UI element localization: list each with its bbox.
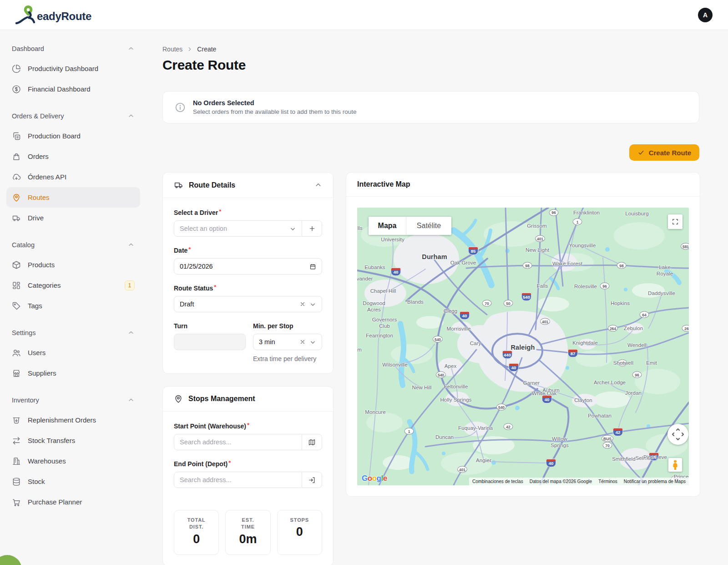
chevron-down-icon bbox=[309, 339, 316, 346]
sidebar-section-header-inventory[interactable]: Inventory bbox=[6, 394, 140, 406]
section-label: Inventory bbox=[12, 397, 39, 404]
sidebar-item-production-board[interactable]: Production Board bbox=[6, 126, 140, 146]
map-pan-control[interactable] bbox=[667, 424, 688, 445]
same-as-start-button[interactable] bbox=[302, 472, 322, 488]
sidebar-item-label: Replenishment Orders bbox=[28, 416, 96, 424]
sidebar-section-header-settings[interactable]: Settings bbox=[6, 327, 140, 339]
sidebar-item-categories[interactable]: Categories 1 bbox=[6, 275, 140, 295]
user-avatar[interactable]: A bbox=[698, 8, 713, 22]
stat-label: TOTAL DIST. bbox=[176, 517, 217, 531]
route-status-select[interactable]: Draft bbox=[174, 296, 322, 312]
sidebar-item-label: Drive bbox=[28, 214, 44, 222]
stat-total-distance: TOTAL DIST. 0 bbox=[174, 510, 219, 555]
chevron-up-icon bbox=[127, 241, 135, 249]
sidebar-item-orders[interactable]: Orders bbox=[6, 146, 140, 167]
create-route-button[interactable]: Create Route bbox=[629, 144, 699, 161]
end-point-group: Search address... bbox=[174, 472, 322, 488]
breadcrumb-create: Create bbox=[197, 46, 216, 53]
add-driver-button[interactable] bbox=[302, 221, 322, 236]
breadcrumb: Routes Create bbox=[162, 46, 699, 53]
sidebar-item-suppliers[interactable]: Suppliers bbox=[6, 363, 140, 383]
interactive-map-title: Interactive Map bbox=[357, 180, 410, 188]
sidebar-item-drive[interactable]: Drive bbox=[6, 208, 140, 228]
map-canvas[interactable]: Mapa Satélite Google bbox=[357, 208, 689, 485]
sidebar-section-header-orders-delivery[interactable]: Orders & Delivery bbox=[6, 110, 140, 122]
driver-select-group: Select an option bbox=[174, 220, 322, 237]
sidebar: Dashboard Productivity Dashboard Financi… bbox=[0, 30, 147, 565]
clear-icon[interactable] bbox=[299, 339, 306, 345]
stops-management-card: Stops Management Start Point (Warehouse)… bbox=[162, 386, 334, 565]
banner-subtitle: Select orders from the available list to… bbox=[193, 108, 356, 115]
driver-select[interactable]: Select an option bbox=[174, 221, 302, 236]
chevron-up-icon bbox=[127, 45, 135, 52]
create-route-label: Create Route bbox=[649, 149, 691, 157]
readyroute-logo-icon bbox=[15, 4, 39, 26]
street-view-pegman[interactable] bbox=[668, 458, 682, 472]
sidebar-item-products[interactable]: Products bbox=[6, 255, 140, 275]
collapse-chevron-icon[interactable] bbox=[314, 181, 322, 189]
sidebar-item-label: Orders bbox=[28, 153, 49, 160]
map-terrain bbox=[357, 208, 689, 485]
sidebar-item-label: Órdenes API bbox=[28, 173, 66, 181]
layout-grid-icon bbox=[12, 281, 21, 290]
map-type-control: Mapa Satélite bbox=[369, 217, 451, 235]
info-icon bbox=[175, 102, 186, 113]
keyboard-shortcuts-link[interactable]: Combinaciones de teclas bbox=[469, 478, 526, 485]
map-fullscreen-button[interactable] bbox=[668, 214, 682, 229]
chevron-down-icon bbox=[309, 301, 316, 308]
sidebar-section-dashboard: Dashboard Productivity Dashboard Financi… bbox=[6, 43, 140, 99]
sidebar-item-purchase-planner[interactable]: Purchase Planner bbox=[6, 492, 140, 512]
dollar-circle-icon bbox=[12, 85, 21, 94]
page-title: Create Route bbox=[162, 57, 699, 73]
pie-chart-icon bbox=[12, 64, 21, 73]
sidebar-item-warehouses[interactable]: Warehouses bbox=[6, 451, 140, 471]
stops-management-title: Stops Management bbox=[188, 395, 255, 403]
breadcrumb-routes[interactable]: Routes bbox=[162, 46, 182, 53]
clear-icon[interactable] bbox=[299, 301, 306, 307]
min-per-stop-select[interactable]: 3 min bbox=[253, 334, 322, 350]
pick-on-map-button[interactable] bbox=[302, 434, 322, 450]
start-point-label: Start Point (Warehouse) bbox=[174, 422, 322, 430]
sidebar-item-productivity-dashboard[interactable]: Productivity Dashboard bbox=[6, 58, 140, 79]
report-problem-link[interactable]: Notificar un problema de Maps bbox=[621, 478, 689, 485]
date-input[interactable]: 01/25/2026 bbox=[174, 258, 322, 275]
brand-logo[interactable]: eadyRoute bbox=[15, 4, 91, 26]
sidebar-section-header-catalog[interactable]: Catalog bbox=[6, 239, 140, 251]
sidebar-item-routes[interactable]: Routes bbox=[6, 187, 140, 208]
check-icon bbox=[637, 149, 645, 156]
map-type-satellite-button[interactable]: Satélite bbox=[406, 217, 451, 235]
sidebar-item-stock-transfers[interactable]: Stock Transfers bbox=[6, 430, 140, 451]
stat-stops: STOPS 0 bbox=[277, 510, 322, 555]
sidebar-item-ordenes-api[interactable]: Órdenes API bbox=[6, 167, 140, 187]
sidebar-item-tags[interactable]: Tags bbox=[6, 295, 140, 316]
date-value: 01/25/2026 bbox=[180, 263, 213, 270]
sidebar-item-stock[interactable]: Stock bbox=[6, 471, 140, 492]
route-details-title: Route Details bbox=[189, 181, 235, 189]
building-icon bbox=[12, 457, 21, 466]
database-icon bbox=[12, 477, 21, 486]
sidebar-item-label: Stock Transfers bbox=[28, 437, 75, 444]
sidebar-item-users[interactable]: Users bbox=[6, 342, 140, 363]
categories-count-badge: 1 bbox=[125, 280, 135, 290]
sidebar-item-replenishment-orders[interactable]: Replenishment Orders bbox=[6, 410, 140, 430]
sidebar-item-financial-dashboard[interactable]: Financial Dashboard bbox=[6, 79, 140, 99]
terms-link[interactable]: Términos bbox=[595, 478, 621, 485]
tag-icon bbox=[12, 301, 21, 310]
sidebar-section-settings: Settings Users Suppliers bbox=[6, 327, 140, 383]
map-type-map-button[interactable]: Mapa bbox=[369, 217, 406, 235]
sidebar-item-label: Warehouses bbox=[28, 457, 66, 465]
sidebar-item-label: Categories bbox=[28, 281, 61, 289]
calendar-icon[interactable] bbox=[309, 263, 316, 270]
turn-input[interactable] bbox=[174, 334, 246, 350]
sidebar-item-label: Products bbox=[28, 261, 55, 269]
end-point-placeholder: Search address... bbox=[180, 476, 232, 484]
sidebar-section-inventory: Inventory Replenishment Orders Stock Tra… bbox=[6, 394, 140, 512]
start-point-input[interactable]: Search address... bbox=[174, 434, 302, 450]
truck-icon bbox=[174, 180, 183, 190]
sidebar-section-header-dashboard[interactable]: Dashboard bbox=[6, 43, 140, 55]
sidebar-item-label: Stock bbox=[28, 478, 45, 485]
section-label: Catalog bbox=[12, 241, 35, 249]
end-point-input[interactable]: Search address... bbox=[174, 472, 302, 488]
no-orders-banner: No Orders Selected Select orders from th… bbox=[162, 91, 699, 123]
google-logo[interactable]: Google bbox=[362, 474, 387, 483]
